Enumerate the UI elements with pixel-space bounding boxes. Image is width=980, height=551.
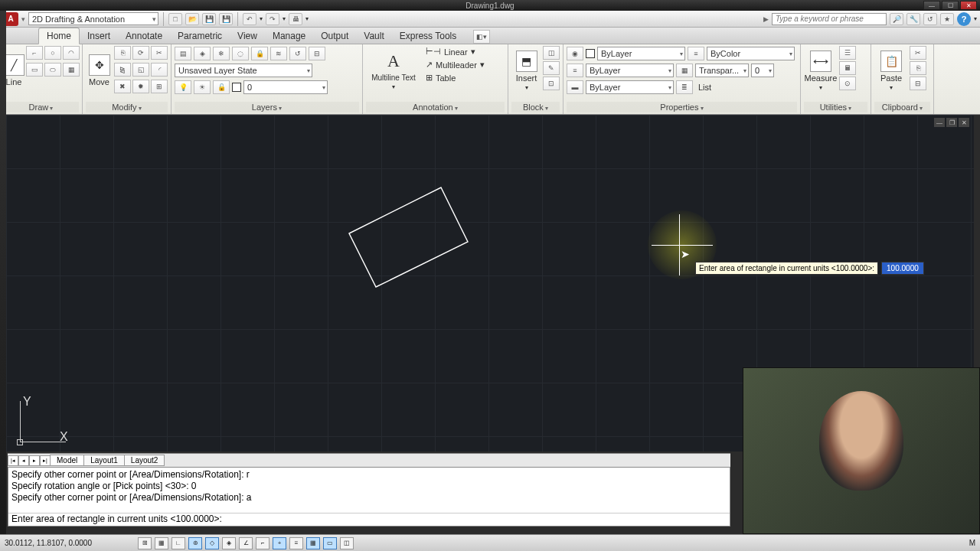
sc-toggle[interactable]: ◫ (340, 537, 354, 549)
tab-output[interactable]: Output (313, 28, 356, 44)
plotstyle-combo[interactable]: ByColor (707, 47, 795, 60)
list-label[interactable]: List (695, 83, 714, 92)
panel-block-title[interactable]: Block (511, 102, 560, 112)
polyline-icon[interactable]: ⌐ (26, 46, 43, 60)
panel-layers-title[interactable]: Layers (175, 102, 359, 112)
measure-button[interactable]: ⟷ Measure ▾ (804, 46, 838, 95)
tab-prev-icon[interactable]: ◂ (18, 455, 29, 466)
fillet-icon[interactable]: ◜ (151, 63, 168, 77)
search-input[interactable] (772, 13, 887, 25)
help-button[interactable]: ? (957, 12, 971, 26)
star-icon[interactable]: ★ (940, 13, 954, 25)
block-create-icon[interactable]: ◫ (543, 46, 560, 60)
close-button[interactable]: ✕ (960, 1, 977, 10)
tab-insert[interactable]: Insert (80, 28, 118, 44)
list-icon[interactable]: ≣ (676, 80, 693, 94)
mirror-icon[interactable]: ⧎ (114, 63, 131, 77)
panel-draw-title[interactable]: Draw (3, 102, 79, 112)
dyn-toggle[interactable]: + (273, 537, 286, 549)
tab-model[interactable]: Model (50, 455, 84, 466)
arc-icon[interactable]: ◠ (63, 46, 80, 60)
layer-current-combo[interactable]: 0 (243, 80, 328, 94)
hatch-icon[interactable]: ▦ (63, 63, 80, 77)
linetype-icon[interactable]: ≡ (567, 64, 583, 77)
qp-toggle[interactable]: ▭ (323, 537, 337, 549)
minimize-button[interactable]: — (923, 1, 940, 10)
linetype-combo[interactable]: ByLayer (586, 64, 674, 77)
layer-match-icon[interactable]: ≋ (270, 47, 287, 60)
doc-restore-icon[interactable]: ❐ (946, 118, 957, 127)
osnap-toggle[interactable]: ◇ (205, 537, 219, 549)
panel-modify-title[interactable]: Modify (86, 102, 168, 112)
copy-icon[interactable]: ⎘ (114, 46, 131, 60)
paste-button[interactable]: 📋 Paste ▾ (874, 46, 908, 95)
new-icon[interactable]: □ (168, 13, 182, 25)
trim-icon[interactable]: ✂ (151, 46, 168, 60)
panel-properties-title[interactable]: Properties (567, 102, 797, 112)
block-edit-icon[interactable]: ✎ (543, 61, 560, 75)
snap-toggle[interactable]: ⊞ (138, 537, 152, 549)
layer-lock-icon[interactable]: 🔒 (251, 47, 268, 60)
tab-first-icon[interactable]: |◂ (8, 455, 18, 466)
match-icon[interactable]: ⊟ (910, 77, 926, 90)
layer-prop-icon[interactable]: ▤ (175, 47, 191, 60)
command-line[interactable]: Specify other corner point or [Area/Dime… (8, 467, 730, 527)
linear-dim-button[interactable]: ⊢⊣Linear ▾ (423, 46, 488, 57)
transparency-value[interactable]: 0 (751, 64, 774, 77)
rotate-icon[interactable]: ⟳ (132, 46, 149, 60)
tab-next-icon[interactable]: ▸ (29, 455, 40, 466)
print-icon[interactable]: 🖶 (289, 13, 302, 25)
layer-lock2-icon[interactable]: 🔓 (213, 80, 230, 94)
block-attr-icon[interactable]: ⊡ (543, 77, 560, 90)
saveas-icon[interactable]: 💾 (219, 13, 233, 25)
comm-icon[interactable]: 🔧 (906, 13, 920, 25)
layer-sun-icon[interactable]: ☀ (194, 80, 211, 94)
panel-utilities-title[interactable]: Utilities (804, 102, 867, 112)
layer-off-icon[interactable]: ◌ (232, 47, 249, 60)
tab-layout2[interactable]: Layout2 (124, 455, 165, 466)
tpy-toggle[interactable]: ▦ (306, 537, 320, 549)
lineweight-combo[interactable]: ByLayer (586, 80, 674, 94)
workspace-selector[interactable]: 2D Drafting & Annotation (28, 12, 158, 25)
layer-color-swatch[interactable] (232, 83, 241, 92)
lineweight-icon[interactable]: ▬ (567, 80, 583, 94)
cmd-prompt-line[interactable]: Enter area of rectangle in current units… (8, 513, 730, 525)
tab-view[interactable]: View (230, 28, 265, 44)
mtext-button[interactable]: A Multiline Text ▾ (366, 46, 421, 95)
layer-iso-icon[interactable]: ◈ (194, 47, 211, 60)
erase-icon[interactable]: ✖ (114, 80, 131, 93)
id-icon[interactable]: ⊙ (839, 77, 856, 90)
multileader-button[interactable]: ↗Multileader ▾ (423, 59, 488, 70)
plotstyle-icon[interactable]: ≡ (688, 47, 704, 60)
tab-manage[interactable]: Manage (265, 28, 313, 44)
ducs-toggle[interactable]: ⌐ (256, 537, 270, 549)
save-icon[interactable]: 💾 (202, 13, 216, 25)
panel-annotation-title[interactable]: Annotation (366, 102, 505, 112)
ribbon-minimize-icon[interactable]: ◧▾ (473, 30, 490, 44)
copy-clip-icon[interactable]: ⎘ (910, 61, 926, 75)
tab-layout1[interactable]: Layout1 (83, 455, 125, 466)
array-icon[interactable]: ⊞ (151, 80, 168, 93)
layer-bulb-icon[interactable]: 💡 (175, 80, 191, 94)
table-button[interactable]: ⊞Table (423, 72, 488, 83)
color-wheel-icon[interactable]: ◉ (567, 47, 583, 60)
redo-icon[interactable]: ↷ (266, 13, 279, 25)
scale-icon[interactable]: ◱ (132, 63, 149, 77)
color-swatch[interactable] (586, 49, 595, 58)
ortho-toggle[interactable]: ∟ (172, 537, 185, 549)
color-combo[interactable]: ByLayer (597, 47, 685, 60)
polar-toggle[interactable]: ⊛ (188, 537, 202, 549)
panel-clipboard-title[interactable]: Clipboard (874, 102, 930, 112)
layer-prev-icon[interactable]: ↺ (289, 47, 306, 60)
tab-express-tools[interactable]: Express Tools (392, 28, 464, 44)
qselect-icon[interactable]: ☰ (839, 46, 856, 60)
exchange-icon[interactable]: ↺ (923, 13, 937, 25)
layer-states-icon[interactable]: ⊟ (309, 47, 325, 60)
transparency-label[interactable]: Transpar... (695, 64, 749, 77)
rectangle-icon[interactable]: ▭ (26, 63, 43, 77)
insert-button[interactable]: ⬒ Insert ▾ (511, 46, 541, 95)
tab-vault[interactable]: Vault (356, 28, 391, 44)
dynamic-input-value[interactable]: 100.0000 (881, 262, 924, 275)
ellipse-icon[interactable]: ⬭ (44, 63, 61, 77)
tab-last-icon[interactable]: ▸| (40, 455, 51, 466)
